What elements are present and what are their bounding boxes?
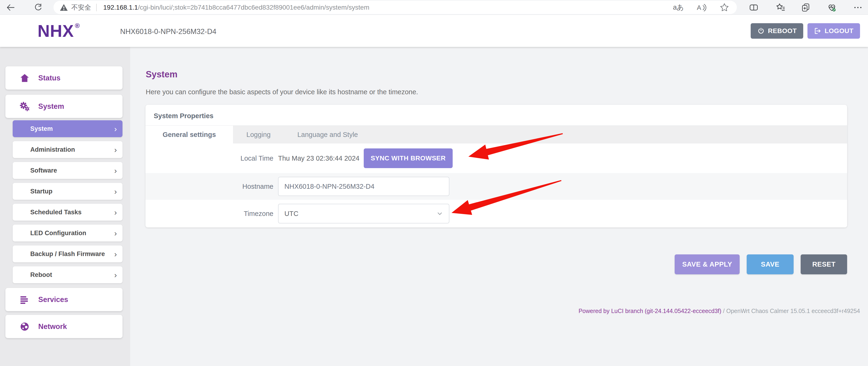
chevron-down-icon: [436, 210, 444, 218]
translate-icon[interactable]: aあ: [673, 2, 684, 13]
hostname-input[interactable]: [278, 177, 450, 196]
tab-logging[interactable]: Logging: [233, 126, 284, 143]
collections-icon[interactable]: [800, 2, 811, 13]
save-and-apply-button[interactable]: SAVE & APPLY: [675, 255, 740, 274]
local-time-row: Local Time Thu May 23 02:36:44 2024 SYNC…: [146, 143, 847, 173]
tab-general-settings[interactable]: General settings: [146, 126, 233, 143]
chevron-right-icon: ›: [114, 229, 117, 237]
local-time-value: Thu May 23 02:36:44 2024: [278, 155, 360, 162]
svg-text:A: A: [697, 4, 702, 11]
gears-icon: [19, 101, 30, 112]
tab-bar: General settings Logging Language and St…: [146, 126, 847, 143]
sidebar-item-label: Network: [38, 322, 67, 331]
home-icon: [19, 72, 30, 84]
footer-separator: /: [721, 308, 726, 314]
favorite-star-icon[interactable]: [719, 2, 730, 13]
security-status-label: 不安全: [71, 3, 91, 12]
hostname-row: Hostname: [146, 173, 847, 200]
chevron-right-icon: ›: [114, 166, 117, 174]
save-button[interactable]: SAVE: [747, 255, 794, 274]
chevron-right-icon: ›: [114, 250, 117, 258]
logout-icon: [814, 27, 822, 35]
registered-mark: ®: [75, 22, 80, 29]
sidebar-item-label: Status: [38, 74, 61, 82]
nhx-logo: NHX®: [37, 21, 80, 40]
power-icon: [757, 27, 765, 35]
address-bar[interactable]: 不安全 192.168.1.1/cgi-bin/luci/;stok=2b741…: [54, 1, 737, 14]
page-title: System: [146, 69, 177, 79]
main-content: System Here you can configure the basic …: [130, 47, 868, 366]
split-screen-icon[interactable]: [748, 2, 759, 13]
chevron-right-icon: ›: [114, 187, 117, 195]
local-time-label: Local Time: [146, 155, 273, 162]
sidebar-item-label: Services: [38, 295, 68, 304]
sidebar-item-label: System: [38, 102, 64, 111]
sidebar-subitem-startup[interactable]: Startup ›: [13, 183, 123, 200]
app-header: NHX® NHX6018-0-NPN-256M32-D4 REBOOT LOGO…: [0, 15, 868, 47]
openwrt-version: OpenWrt Chaos Calmer 15.05.1 ecceecd3f+r…: [726, 308, 860, 314]
browser-menu-icon[interactable]: [852, 2, 863, 13]
chevron-right-icon: ›: [114, 208, 117, 216]
sidebar-subitem-system[interactable]: System ›: [13, 120, 123, 137]
sidebar-item-network[interactable]: Network: [5, 315, 123, 338]
sync-with-browser-button[interactable]: SYNC WITH BROWSER: [364, 148, 453, 168]
sidebar-subitem-scheduled-tasks[interactable]: Scheduled Tasks ›: [13, 204, 123, 221]
sidebar-subitem-led-configuration[interactable]: LED Configuration ›: [13, 225, 123, 241]
hostname-label: Hostname: [146, 182, 273, 190]
url-host: 192.168.1.1: [103, 4, 138, 11]
favorites-icon[interactable]: [775, 2, 786, 13]
timezone-row: Timezone UTC: [146, 200, 847, 227]
browser-essentials-icon[interactable]: [827, 2, 837, 13]
sidebar-subitem-administration[interactable]: Administration ›: [13, 141, 123, 158]
section-title: System Properties: [154, 112, 214, 120]
sidebar-item-system[interactable]: System: [5, 95, 123, 118]
device-name: NHX6018-0-NPN-256M32-D4: [120, 27, 216, 36]
chevron-right-icon: ›: [114, 125, 117, 133]
system-properties-card: System Properties General settings Loggi…: [146, 105, 847, 227]
chevron-right-icon: ›: [114, 271, 117, 279]
browser-toolbar: 不安全 192.168.1.1/cgi-bin/luci/;stok=2b741…: [0, 0, 868, 15]
sidebar-subitem-reboot[interactable]: Reboot ›: [13, 266, 123, 283]
sidebar-subitem-software[interactable]: Software ›: [13, 162, 123, 179]
form-actions: SAVE & APPLY SAVE RESET: [146, 255, 847, 274]
timezone-label: Timezone: [146, 210, 273, 218]
reset-button[interactable]: RESET: [801, 255, 847, 274]
sidebar-item-services[interactable]: Services: [5, 288, 123, 311]
luci-branch-link[interactable]: Powered by LuCI branch (git-24.144.05422…: [579, 308, 721, 314]
footer: Powered by LuCI branch (git-24.144.05422…: [579, 308, 860, 314]
services-list-icon: [19, 294, 30, 305]
read-aloud-icon[interactable]: A: [696, 2, 707, 13]
chevron-right-icon: ›: [114, 145, 117, 154]
sidebar: Status: [0, 47, 130, 366]
url-text: 192.168.1.1/cgi-bin/luci/;stok=2b741b8cc…: [103, 4, 369, 11]
logout-button[interactable]: LOGOUT: [807, 23, 860, 39]
sidebar-subitem-backup-flash-firmware[interactable]: Backup / Flash Firmware ›: [13, 245, 123, 262]
page-description: Here you can configure the basic aspects…: [146, 88, 418, 96]
refresh-icon[interactable]: [33, 2, 44, 13]
reboot-button[interactable]: REBOOT: [751, 23, 803, 39]
address-separator: [96, 4, 97, 11]
sidebar-item-status[interactable]: Status: [5, 66, 123, 90]
not-secure-warning-icon[interactable]: [60, 3, 68, 12]
timezone-select[interactable]: UTC: [278, 204, 450, 224]
timezone-value: UTC: [284, 210, 299, 218]
tab-language-and-style[interactable]: Language and Style: [284, 126, 371, 143]
url-path: /cgi-bin/luci/;stok=2b741b8cca6477dbc6ed…: [138, 4, 369, 11]
back-icon[interactable]: [5, 2, 16, 13]
globe-icon: [19, 321, 30, 332]
